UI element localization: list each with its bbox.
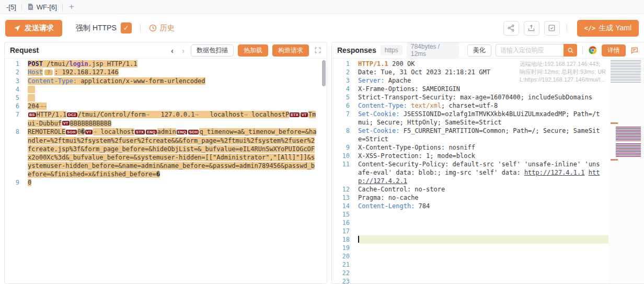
line-content	[358, 219, 608, 227]
code-line[interactable]: 12Cache-Control: no-store	[332, 185, 608, 194]
response-panel-header: Responses https 784bytes / 12ms 美化 详情	[332, 42, 644, 59]
line-content: 204→→	[28, 102, 327, 110]
code-line[interactable]: 16	[332, 219, 608, 227]
code-line[interactable]: 13Pragma: no-cache	[332, 194, 608, 202]
line-number: 16	[332, 219, 358, 227]
code-line[interactable]: 21	[332, 260, 608, 269]
line-content: X-XSS-Protection: 1; mode=block	[358, 152, 608, 160]
line-number: 14	[332, 202, 358, 210]
request-title: Request	[10, 46, 39, 54]
nav-back-button[interactable]: ‹	[169, 46, 176, 55]
code-line-active[interactable]: 18	[332, 235, 608, 244]
tab-wf6[interactable]: WF-[6]	[22, 0, 62, 14]
line-number: 23	[332, 277, 358, 283]
line-content: Pragma: no-cache	[358, 194, 608, 202]
search-input[interactable]	[496, 44, 564, 56]
line-content: 0	[28, 178, 327, 187]
line-number: 3	[5, 77, 28, 85]
generate-yaml-label: 生成 Yaml	[599, 24, 631, 33]
response-editor[interactable]: 远端地址:192.168.127.146:443; 响应时间:12ms; 总耗时…	[332, 59, 608, 283]
code-icon: </>	[584, 25, 596, 32]
code-line[interactable]: 8REMOTEROLESOH0�VT→ localhostSTXENQadmin…	[5, 128, 327, 178]
details-button[interactable]: 详情	[602, 44, 626, 56]
new-tab-button[interactable]: +	[63, 2, 80, 12]
edit-check-button[interactable]	[544, 21, 560, 36]
line-number: 4	[5, 85, 28, 94]
edit-check-icon	[548, 24, 556, 32]
code-line[interactable]: 4	[5, 85, 327, 94]
chrome-icon[interactable]	[588, 46, 597, 55]
share-icon	[507, 24, 515, 32]
line-content	[28, 85, 327, 94]
line-content: X-Content-Type-Options: nosniff	[358, 143, 608, 152]
code-line[interactable]: 9X-Content-Type-Options: nosniff	[332, 143, 608, 152]
generate-yaml-button[interactable]: </> 生成 Yaml	[577, 20, 639, 37]
line-content: Strict-Transport-Security: max-age=16070…	[358, 93, 608, 101]
code-line[interactable]: 7BSHTTP/1.1DC2/tmui/Control/form→ 127.0.…	[5, 110, 327, 128]
code-line[interactable]: 7Set-Cookie: JSESSIONID=ozlafg1mTMVKXkbk…	[332, 110, 608, 127]
toolbar: 发送请求 强制 HTTPS ✓ 历史 </> 生成 Yaml	[0, 14, 644, 42]
beautify-button[interactable]: 美化	[467, 44, 491, 56]
code-line[interactable]: 1POST /tmui/login.jsp HTTP/1.1	[5, 60, 327, 68]
line-content: X-Frame-Options: SAMEORIGIN	[358, 85, 608, 93]
toolbar-divider	[140, 24, 141, 32]
send-request-button[interactable]: 发送请求	[5, 20, 62, 37]
search-box	[496, 44, 577, 56]
text-cursor	[358, 236, 359, 243]
minimap[interactable]	[608, 59, 644, 283]
code-line[interactable]: 15	[332, 210, 608, 219]
minimap-body-block	[616, 143, 641, 157]
line-content	[358, 244, 608, 252]
export-button[interactable]	[524, 21, 539, 36]
line-number: 15	[332, 210, 358, 219]
code-line[interactable]: 4X-Frame-Options: SAMEORIGIN	[332, 85, 608, 93]
search-button[interactable]	[564, 44, 577, 56]
minimap-headers-block	[611, 60, 641, 83]
line-number: 3	[332, 76, 358, 85]
code-line[interactable]: 6204→→	[5, 102, 327, 110]
tab-label: -[5]	[6, 3, 16, 11]
line-content	[358, 235, 608, 244]
request-scrollbar[interactable]	[322, 60, 326, 86]
code-line[interactable]: 2Host?: 192.168.127.146	[5, 68, 327, 77]
response-meta-overlay: 远端地址:192.168.127.146:443; 响应时间:12ms; 总耗时…	[520, 60, 607, 84]
code-line[interactable]: 6Content-Type: text/xml; charset=utf-8	[332, 101, 608, 110]
line-number: 1	[5, 60, 28, 68]
nav-forward-button[interactable]: ›	[180, 46, 187, 55]
code-line[interactable]: 10X-XSS-Protection: 1; mode=block	[332, 152, 608, 160]
line-content: Cache-Control: no-store	[358, 185, 608, 194]
toolbar-divider	[567, 24, 567, 32]
tab-wf5[interactable]: -[5]	[1, 0, 21, 14]
code-line[interactable]: 5	[5, 94, 327, 102]
line-content	[358, 277, 608, 283]
code-line[interactable]: 17	[332, 227, 608, 235]
code-line[interactable]: 3Content-Type: application/x-www-form-ur…	[5, 77, 327, 85]
minimap-mark	[611, 122, 618, 124]
fullscreen-icon[interactable]	[314, 47, 321, 54]
construct-request-button[interactable]: 构造请求	[272, 44, 309, 56]
minimap-mark	[611, 159, 618, 161]
line-number: 17	[332, 227, 358, 235]
request-editor[interactable]: 1POST /tmui/login.jsp HTTP/1.12Host?: 19…	[5, 59, 327, 283]
comment-icon[interactable]	[630, 46, 639, 55]
line-content: POST /tmui/login.jsp HTTP/1.1	[28, 60, 327, 68]
line-content: Host?: 192.168.127.146	[28, 68, 327, 77]
code-line[interactable]: 23	[332, 277, 608, 283]
toolbar-right: </> 生成 Yaml	[503, 20, 639, 37]
code-line[interactable]: 20	[332, 252, 608, 260]
code-line[interactable]: 8Set-Cookie: F5_CURRENT_PARTITION=Common…	[332, 127, 608, 143]
line-content: Set-Cookie: F5_CURRENT_PARTITION=Common;…	[358, 127, 608, 143]
code-line[interactable]: 22	[332, 269, 608, 277]
code-line[interactable]: 5Strict-Transport-Security: max-age=1607…	[332, 93, 608, 101]
hot-reload-button[interactable]: 热加载	[238, 44, 268, 56]
force-https-checkbox[interactable]: ✓	[121, 22, 132, 33]
packet-scan-button[interactable]: 数据包扫描	[191, 44, 234, 56]
line-number: 6	[5, 102, 28, 110]
code-line[interactable]: 90	[5, 178, 327, 187]
share-button[interactable]	[503, 21, 519, 36]
history-button[interactable]: 历史	[149, 24, 175, 33]
code-line[interactable]: 14Content-Length: 784	[332, 202, 608, 210]
response-panel: Responses https 784bytes / 12ms 美化 详情	[331, 42, 644, 284]
code-line[interactable]: 11Content-Security-Policy: default-src '…	[332, 160, 608, 185]
code-line[interactable]: 19	[332, 244, 608, 252]
